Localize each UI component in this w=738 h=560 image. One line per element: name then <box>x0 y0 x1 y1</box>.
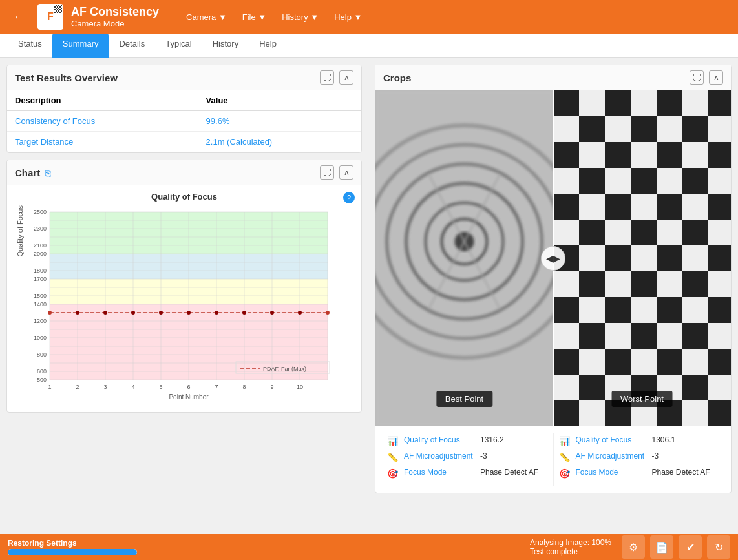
svg-text:500: 500 <box>37 377 47 383</box>
crops-collapse-btn[interactable]: ∧ <box>709 70 723 85</box>
app-title-sub: Camera Mode <box>71 19 159 28</box>
svg-text:2300: 2300 <box>34 225 47 232</box>
gear-button[interactable]: ⚙ <box>622 535 645 559</box>
crop-right-svg <box>553 90 731 426</box>
chart-point[interactable] <box>48 311 52 315</box>
chart-card: Chart ⎘ ⛶ ∧ Quality of Focus ? Quality o… <box>6 160 362 413</box>
top-navigation: Camera ▼ File ▼ History ▼ Help ▼ <box>180 8 368 26</box>
svg-text:1800: 1800 <box>34 267 47 274</box>
row-value-1: 99.6% <box>198 111 361 132</box>
status-message-1: Analysing Image: 100% <box>530 538 611 547</box>
status-message-2: Test complete <box>530 547 611 556</box>
chart-collapse-btn[interactable]: ∧ <box>339 165 353 180</box>
chart-point[interactable] <box>242 311 246 315</box>
best-qof-row: 📊 Quality of Focus 1316.2 <box>387 435 548 446</box>
crops-stats: 📊 Quality of Focus 1316.2 📏 AF Microadju… <box>375 426 731 493</box>
status-bar: Restoring Settings Analysing Image: 100%… <box>0 534 738 560</box>
test-results-actions: ⛶ ∧ <box>320 70 353 85</box>
focus-icon-worst: 🎯 <box>559 468 571 479</box>
row-value-2: 2.1m (Calculated) <box>198 132 361 152</box>
chart-point[interactable] <box>187 311 191 315</box>
test-results-title: Test Results Overview <box>15 72 118 83</box>
qr-corner <box>54 5 62 13</box>
nav-help[interactable]: Help ▼ <box>328 8 368 26</box>
chart-point[interactable] <box>103 311 107 315</box>
af-icon-worst: 📏 <box>559 452 571 462</box>
chart-point[interactable] <box>131 311 135 315</box>
chart-point[interactable] <box>76 311 79 315</box>
svg-text:1500: 1500 <box>34 293 47 299</box>
chart-copy-button[interactable]: ⎘ <box>43 168 53 178</box>
best-af-label: AF Microadjustment <box>404 451 475 461</box>
chart-point[interactable] <box>298 311 302 315</box>
worst-stats-col: 📊 Quality of Focus 1306.1 📏 AF Microadju… <box>553 433 725 486</box>
check-button[interactable]: ✔ <box>679 535 702 559</box>
worst-qof-value: 1306.1 <box>652 435 676 444</box>
crops-title: Crops <box>383 72 411 83</box>
tab-summary[interactable]: Summary <box>52 34 109 58</box>
best-point-label: Best Point <box>436 391 492 407</box>
test-results-collapse-btn[interactable]: ∧ <box>339 70 353 85</box>
chart-main-title: Quality of Focus <box>14 192 355 202</box>
worst-focus-label: Focus Mode <box>576 468 647 477</box>
chart-help-button[interactable]: ? <box>343 192 355 203</box>
qof-icon-best: 📊 <box>387 436 399 446</box>
best-focus-row: 🎯 Focus Mode Phase Detect AF <box>387 468 548 479</box>
refresh-button[interactable]: ↻ <box>707 535 730 559</box>
chart-actions: ⛶ ∧ <box>320 165 353 180</box>
svg-text:3: 3 <box>103 384 107 390</box>
svg-text:1400: 1400 <box>34 301 47 307</box>
right-panel: Crops ⛶ ∧ <box>368 58 738 534</box>
svg-rect-77 <box>553 90 731 426</box>
chart-header: Chart ⎘ ⛶ ∧ <box>7 160 361 185</box>
nav-camera[interactable]: Camera ▼ <box>180 8 233 26</box>
worst-focus-row: 🎯 Focus Mode Phase Detect AF <box>559 468 720 479</box>
chart-point[interactable] <box>159 311 163 315</box>
document-button[interactable]: 📄 <box>650 535 673 559</box>
app-logo: F <box>37 4 63 30</box>
chart-expand-btn[interactable]: ⛶ <box>320 165 334 180</box>
svg-rect-72 <box>375 90 553 426</box>
svg-text:2500: 2500 <box>34 209 47 215</box>
row-description-1: Consistency of Focus <box>7 111 198 132</box>
svg-text:1700: 1700 <box>34 276 47 282</box>
worst-qof-label: Quality of Focus <box>576 435 647 444</box>
svg-text:6: 6 <box>187 384 190 390</box>
svg-text:600: 600 <box>37 368 47 375</box>
svg-text:2: 2 <box>76 384 79 390</box>
svg-text:4: 4 <box>131 384 134 390</box>
tab-help[interactable]: Help <box>249 34 287 58</box>
nav-file[interactable]: File ▼ <box>236 8 273 26</box>
test-results-expand-btn[interactable]: ⛶ <box>320 70 334 85</box>
qof-icon-worst: 📊 <box>559 436 571 446</box>
chart-point[interactable] <box>270 311 274 315</box>
left-panel: Test Results Overview ⛶ ∧ Description Va… <box>0 58 368 534</box>
svg-text:10: 10 <box>297 384 303 390</box>
crop-right: Worst Point <box>553 90 731 426</box>
focus-icon-best: 🎯 <box>387 468 399 479</box>
row-description-2: Target Distance <box>7 132 198 152</box>
tab-history[interactable]: History <box>202 34 249 58</box>
progress-bar-background <box>8 549 137 555</box>
best-focus-value: Phase Detect AF <box>480 468 538 477</box>
status-bar-left: Restoring Settings <box>8 539 520 555</box>
col-value: Value <box>198 90 361 111</box>
worst-point-label: Worst Point <box>611 391 673 407</box>
crops-expand-btn[interactable]: ⛶ <box>690 70 704 85</box>
chart-title-label: Chart ⎘ <box>15 167 53 178</box>
back-button[interactable]: ← <box>8 8 30 26</box>
chart-point[interactable] <box>326 311 330 315</box>
chart-point[interactable] <box>215 311 218 315</box>
tab-details[interactable]: Details <box>109 34 155 58</box>
best-af-row: 📏 AF Microadjustment -3 <box>387 451 548 462</box>
tab-status[interactable]: Status <box>8 34 52 58</box>
best-focus-label: Focus Mode <box>404 468 475 477</box>
top-bar: ← F AF Consistency Camera Mode Camera ▼ … <box>0 0 738 34</box>
crop-nav-button[interactable]: ◀▶ <box>541 246 565 271</box>
table-row: Target Distance 2.1m (Calculated) <box>7 132 361 152</box>
nav-history[interactable]: History ▼ <box>275 8 325 26</box>
svg-text:7: 7 <box>215 384 218 390</box>
tab-typical[interactable]: Typical <box>155 34 202 58</box>
progress-bar-fill <box>8 549 137 555</box>
svg-text:1000: 1000 <box>34 335 47 341</box>
